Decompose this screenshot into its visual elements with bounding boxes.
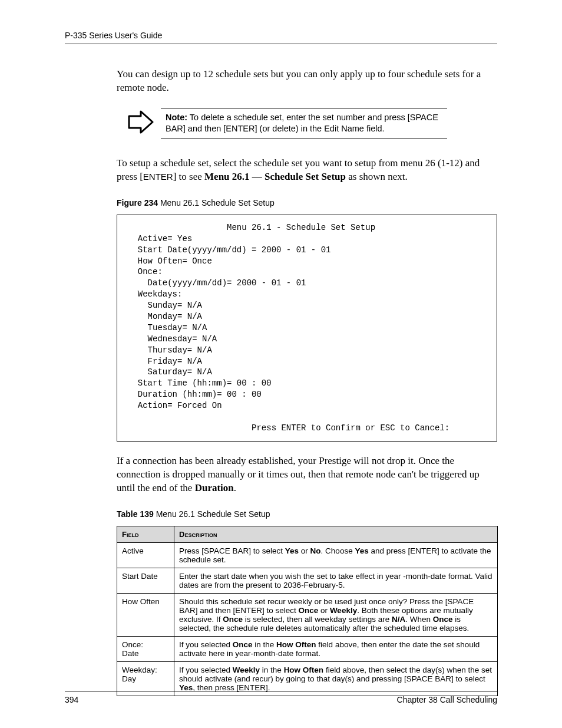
table-cell-description: Should this schedule set recur weekly or…	[174, 593, 498, 636]
table-cell-description: Press [SPACE BAR] to select Yes or No. C…	[174, 542, 498, 568]
note-text: To delete a schedule set, enter the set …	[166, 113, 438, 134]
setup-paragraph: To setup a schedule set, select the sche…	[117, 157, 497, 184]
page-footer: 394 Chapter 38 Call Scheduling	[65, 691, 497, 704]
running-header: P-335 Series User's Guide	[65, 31, 497, 44]
table-cell-field: How Often	[117, 593, 174, 636]
figure-title: Menu 26.1 Schedule Set Setup	[158, 198, 275, 207]
table-header-field: Field	[117, 526, 174, 542]
table-cell-description: If you selected Once in the How Often fi…	[174, 636, 498, 661]
field-description-table: Field Description ActivePress [SPACE BAR…	[117, 526, 498, 696]
after-pre: If a connection has been already establi…	[117, 455, 480, 493]
setup-mid: ] to see	[173, 171, 204, 182]
note-block: Note: To delete a schedule set, enter th…	[127, 108, 497, 139]
note-arrow-icon	[127, 109, 155, 135]
table-row: Once: DateIf you selected Once in the Ho…	[117, 636, 498, 661]
table-title: Menu 26.1 Schedule Set Setup	[154, 509, 270, 519]
after-post: .	[234, 482, 236, 493]
intro-paragraph: You can design up to 12 schedule sets bu…	[117, 68, 497, 95]
chapter-label: Chapter 38 Call Scheduling	[397, 695, 497, 704]
page-number: 394	[65, 695, 78, 704]
table-header-description: Description	[174, 526, 498, 542]
terminal-screenshot: Menu 26.1 - Schedule Set Setup Active= Y…	[117, 215, 497, 442]
setup-bold: Menu 26.1 — Schedule Set Setup	[204, 171, 346, 182]
table-cell-field: Once: Date	[117, 636, 174, 661]
note-label: Note:	[166, 113, 187, 122]
after-terminal-paragraph: If a connection has been already establi…	[117, 454, 497, 495]
table-caption: Table 139 Menu 26.1 Schedule Set Setup	[117, 509, 497, 519]
table-row: How OftenShould this schedule set recur …	[117, 593, 498, 636]
table-cell-description: Enter the start date when you wish the s…	[174, 568, 498, 593]
setup-post: as shown next.	[346, 171, 408, 182]
table-row: Start DateEnter the start date when you …	[117, 568, 498, 593]
table-row: ActivePress [SPACE BAR] to select Yes or…	[117, 542, 498, 568]
table-cell-field: Active	[117, 542, 174, 568]
note-box: Note: To delete a schedule set, enter th…	[161, 108, 447, 139]
figure-caption: Figure 234 Menu 26.1 Schedule Set Setup	[117, 198, 497, 207]
header-rule	[65, 44, 497, 44]
table-cell-field: Start Date	[117, 568, 174, 593]
figure-number: Figure 234	[117, 198, 158, 207]
table-number: Table 139	[117, 509, 154, 519]
after-bold: Duration	[195, 482, 234, 493]
footer-rule	[65, 691, 497, 691]
setup-enter: ENTER	[143, 172, 173, 182]
